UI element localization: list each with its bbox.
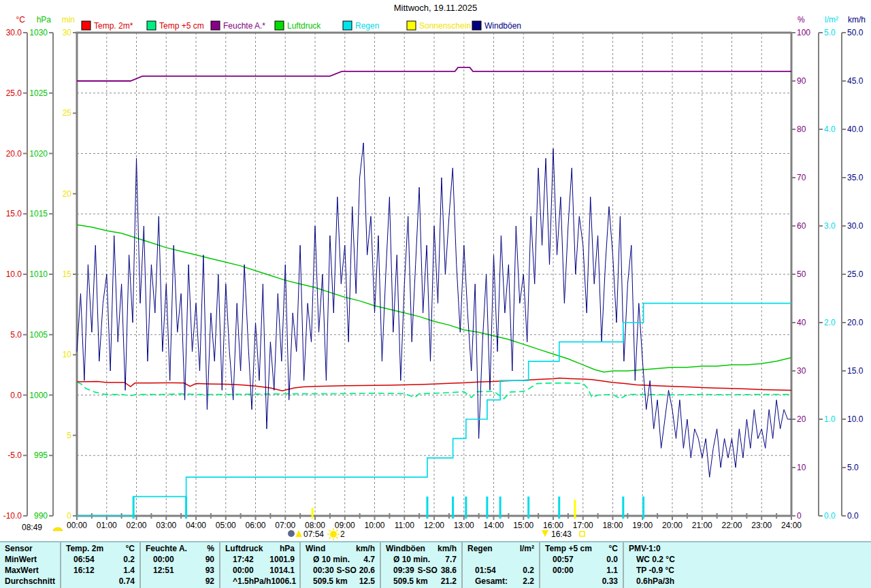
table-row: WC 0.2 °C <box>624 554 871 565</box>
table-col-header: LuftdruckhPa <box>220 542 299 554</box>
cell-value: 0.2 <box>523 566 539 575</box>
rain-interval-bar <box>499 497 502 519</box>
axis-tick-label: 0.0 <box>10 391 22 400</box>
col-unit: km/h <box>356 544 380 553</box>
cell-time: 17:42 <box>220 555 254 564</box>
stats-table: SensorMinWertMaxWertDurchschnittTemp. 2m… <box>0 541 871 588</box>
table-row: 17:421001.9 <box>220 554 299 565</box>
col-name: Regen <box>463 544 493 553</box>
cell-value: 0.2 <box>123 555 139 564</box>
col-name: Feuchte A. <box>141 544 187 553</box>
axis-tick-label: 35.0 <box>847 173 864 182</box>
table-col-3: LuftdruckhPa17:421001.900:001014.1^1.5hP… <box>219 542 299 588</box>
x-tick-label: 09:00 <box>335 521 355 530</box>
table-row: 00:30S-SO20.6 <box>301 565 380 576</box>
col-name: Luftdruck <box>220 544 263 553</box>
axis-tick-label: 1005 <box>29 330 48 340</box>
cell-value: 7.7 <box>445 555 461 564</box>
axis-tick-label: 10.0 <box>6 270 22 279</box>
table-row: 509.5 km12.5 <box>301 576 380 587</box>
rain-interval-bar <box>486 497 488 519</box>
cell-time: WC 0.2 °C <box>624 555 675 564</box>
legend-swatch <box>147 21 156 30</box>
axis-tick-label: 25.0 <box>847 270 864 279</box>
axis-tick-label: 0 <box>797 511 802 521</box>
cell-value: 1006.1 <box>271 576 301 586</box>
table-row: 00:0090 <box>141 554 219 565</box>
rain-interval-bar <box>558 497 560 519</box>
table-col-1: Temp. 2m°C06:540.216:121.40.74 <box>60 542 139 588</box>
x-tick-label: 24:00 <box>781 521 802 530</box>
x-tick-label: 08:00 <box>305 521 325 530</box>
axis-tick-label: 10.0 <box>847 414 864 424</box>
x-tick-label: 10:00 <box>364 521 384 530</box>
cell-time: 01:54 <box>463 566 496 575</box>
table-row: 00:570.0 <box>540 554 623 565</box>
axis-tick-label: 15 <box>63 270 72 279</box>
x-tick-label: 07:00 <box>275 521 295 530</box>
axis-tick-label: 10 <box>797 463 806 472</box>
axis-tick-label: 10 <box>63 350 72 359</box>
cell-value: 0.33 <box>602 576 623 586</box>
axis-tick-label: 70 <box>797 173 806 182</box>
axis-tick-label: 1015 <box>29 209 48 218</box>
table-row: 509.5 km21.2 <box>381 576 461 587</box>
table-row: 00:001014.1 <box>220 565 299 576</box>
axis-tick-label: 3.0 <box>824 221 836 231</box>
table-col-4: Windkm/hØ 10 min.4.700:30S-SO20.6509.5 k… <box>299 542 380 588</box>
legend-label: Regen <box>355 21 379 31</box>
table-col-sensor: SensorMinWertMaxWertDurchschnitt <box>0 542 60 588</box>
axis-tick-label: -5.0 <box>7 451 22 460</box>
x-tick-label: 22:00 <box>721 521 742 530</box>
cell-value: 38.6 <box>441 566 461 575</box>
cell-dir: S-SO <box>418 566 438 575</box>
table-col-header: Temp. 2m°C <box>61 542 139 554</box>
cell-value: 1001.9 <box>269 555 299 564</box>
axis-tick-label: 15.0 <box>847 366 864 376</box>
legend-swatch <box>275 21 284 30</box>
x-tick-label: 00:00 <box>67 521 87 530</box>
axis-tick-label: 50 <box>797 270 806 279</box>
cell-value: 21.2 <box>441 576 461 586</box>
axis-tick-label: 30 <box>797 366 806 376</box>
table-col-5: Windböenkm/hØ 10 min.7.709:39S-SO38.6509… <box>380 542 461 588</box>
cell-time: TP -0.9 °C <box>624 566 674 575</box>
axis-tick-label: 0 <box>67 511 71 521</box>
sunset-square-icon <box>580 532 585 536</box>
axis-tick-label: 20.0 <box>6 149 22 159</box>
axis-tick-label: 2.0 <box>824 318 836 327</box>
legend-swatch <box>211 21 220 30</box>
cell-value: 20.6 <box>359 566 380 575</box>
cell-time: ^1.5hPa/h <box>220 576 271 586</box>
axis-tick-label: 1030 <box>29 28 48 37</box>
table-col-header: Temp +5 cm°C <box>540 542 623 554</box>
cell-time: 09:39 <box>381 566 414 575</box>
axis-tick-label: 5 <box>67 431 71 440</box>
sunset-time: 16:43 <box>551 529 572 539</box>
table-col-header: PMV-1:0 <box>624 542 871 554</box>
axis-tick-label: 30.0 <box>847 221 864 231</box>
axis-tick-label: 15.0 <box>6 209 22 218</box>
table-row: Gesamt:2.2 <box>463 576 539 587</box>
axis-tick-label: 30.0 <box>6 28 22 37</box>
cell-value: 0.0 <box>606 555 623 564</box>
axis-unit-%: % <box>798 15 805 24</box>
cell-value: 12.5 <box>359 576 380 586</box>
sun-ray <box>329 537 331 538</box>
rain-interval-bar <box>452 497 454 519</box>
cell-time: Ø 10 min. <box>301 555 350 564</box>
x-tick-label: 03:00 <box>156 521 176 530</box>
axis-tick-label: 990 <box>34 511 48 521</box>
table-row: 0.6hPa/3h <box>624 576 871 587</box>
axis-tick-label: 50.0 <box>847 28 864 37</box>
legend-label: Temp +5 cm <box>159 21 204 31</box>
axis-tick-label: 20 <box>797 414 806 424</box>
legend-label: Luftdruck <box>287 21 321 31</box>
sun-ray <box>329 530 331 532</box>
table-row: 92 <box>141 576 219 587</box>
table-row: 09:39S-SO38.6 <box>381 565 461 576</box>
axis-tick-label: 1020 <box>29 149 48 159</box>
col-name: PMV-1:0 <box>624 544 661 553</box>
col-unit: l/m² <box>520 544 539 553</box>
table-row: 0.74 <box>61 576 139 587</box>
